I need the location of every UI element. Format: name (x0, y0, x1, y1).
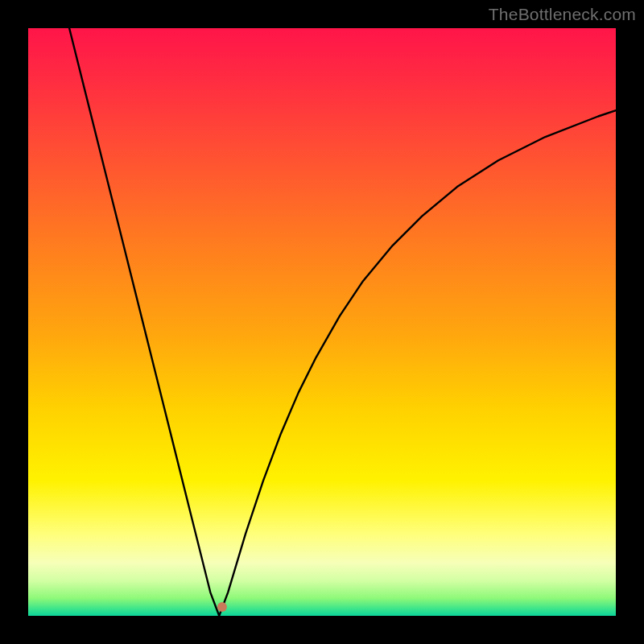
watermark-text: TheBottleneck.com (489, 5, 636, 24)
plot-area (28, 28, 616, 616)
chart-frame: TheBottleneck.com (0, 0, 644, 644)
curve-layer (28, 28, 616, 616)
minimum-marker (217, 602, 227, 612)
bottleneck-curve (69, 28, 616, 616)
